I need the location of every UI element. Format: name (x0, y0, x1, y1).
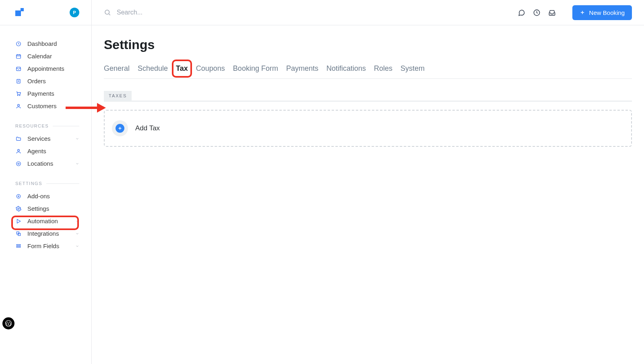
tab-payments[interactable]: Payments (286, 62, 318, 78)
sidebar-item-dashboard[interactable]: Dashboard (0, 37, 91, 50)
svg-point-6 (19, 95, 20, 96)
svg-rect-16 (17, 244, 20, 245)
sidebar: P Dashboard Calendar Appointments Orders (0, 0, 92, 364)
search-input[interactable] (117, 9, 237, 16)
sidebar-item-formfields[interactable]: Form Fields (0, 240, 91, 252)
appointments-icon (15, 66, 22, 72)
sidebar-label: Appointments (27, 65, 79, 72)
chat-icon[interactable] (518, 8, 526, 16)
svg-rect-0 (15, 10, 21, 16)
svg-point-19 (105, 10, 109, 14)
sidebar-item-calendar[interactable]: Calendar (0, 50, 91, 62)
search-icon (104, 9, 111, 16)
main: New Booking Settings General Schedule Ta… (92, 0, 644, 364)
tab-system[interactable]: System (400, 62, 425, 78)
svg-rect-17 (17, 246, 20, 247)
section-label-taxes: TAXES (104, 91, 132, 101)
add-tax-button[interactable]: Add Tax (104, 110, 632, 147)
sidebar-item-automation[interactable]: Automation (0, 215, 91, 227)
sidebar-label: Agents (27, 148, 79, 154)
sidebar-item-locations[interactable]: Locations (0, 157, 91, 170)
svg-point-7 (18, 104, 20, 106)
tab-roles[interactable]: Roles (374, 62, 392, 78)
formfields-icon (15, 243, 22, 249)
dashboard-icon (15, 41, 22, 47)
content: Settings General Schedule Tax Coupons Bo… (92, 25, 644, 147)
page-title: Settings (104, 37, 632, 52)
new-booking-label: New Booking (589, 9, 625, 16)
sidebar-label: Calendar (27, 53, 79, 60)
gear-icon (15, 206, 22, 212)
sidebar-item-orders[interactable]: Orders (0, 75, 91, 87)
sidebar-item-payments[interactable]: Payments (0, 87, 91, 100)
settings-tabs: General Schedule Tax Coupons Booking For… (104, 62, 632, 79)
search-wrap (104, 9, 518, 16)
svg-point-8 (18, 149, 20, 151)
sidebar-label: Automation (27, 218, 75, 224)
tab-booking-form[interactable]: Booking Form (233, 62, 278, 78)
location-icon (15, 160, 22, 167)
svg-point-5 (17, 95, 18, 96)
topbar: New Booking (92, 0, 644, 25)
svg-point-10 (17, 161, 21, 166)
new-booking-button[interactable]: New Booking (572, 5, 632, 20)
svg-rect-1 (21, 8, 24, 11)
sidebar-label: Dashboard (27, 40, 79, 47)
tab-coupons[interactable]: Coupons (196, 62, 225, 78)
tab-tax[interactable]: Tax (176, 62, 188, 78)
calendar-icon (15, 53, 22, 60)
integrations-icon (15, 230, 22, 237)
sidebar-item-services[interactable]: Services (0, 132, 91, 145)
wordpress-badge-icon[interactable] (2, 317, 14, 329)
clock-icon[interactable] (533, 8, 541, 16)
app-logo-icon (15, 8, 24, 17)
sidebar-label: Settings (27, 205, 79, 212)
chevron-down-icon (75, 244, 79, 248)
sidebar-group-settings: SETTINGS (0, 170, 91, 190)
sidebar-label: Payments (27, 90, 79, 97)
chevron-down-icon (75, 232, 79, 236)
plus-circle-icon (112, 120, 128, 136)
tab-general[interactable]: General (104, 62, 130, 78)
plus-icon (580, 10, 585, 15)
agent-icon (15, 148, 22, 154)
svg-point-9 (18, 163, 19, 165)
sidebar-label: Locations (27, 160, 75, 167)
chevron-down-icon (75, 137, 79, 141)
chevron-down-icon (75, 219, 79, 223)
sidebar-group-resources: RESOURCES (0, 112, 91, 132)
sidebar-item-appointments[interactable]: Appointments (0, 62, 91, 75)
tab-notifications[interactable]: Notifications (326, 62, 366, 78)
sidebar-item-customers[interactable]: Customers (0, 100, 91, 112)
add-tax-label: Add Tax (135, 124, 160, 132)
sidebar-label: Add-ons (27, 193, 79, 199)
sidebar-label: Orders (27, 78, 79, 84)
section-divider (104, 101, 632, 102)
customers-icon (15, 103, 22, 109)
inbox-icon[interactable] (548, 8, 556, 16)
user-avatar[interactable]: P (70, 8, 79, 17)
svg-marker-13 (17, 219, 21, 223)
sidebar-item-addons[interactable]: Add-ons (0, 190, 91, 202)
svg-rect-3 (17, 54, 21, 58)
sidebar-nav: Dashboard Calendar Appointments Orders P… (0, 25, 91, 252)
payments-icon (15, 90, 22, 97)
sidebar-item-settings[interactable]: Settings (0, 202, 91, 215)
folder-icon (15, 136, 22, 142)
sidebar-item-integrations[interactable]: Integrations (0, 227, 91, 240)
orders-icon (15, 78, 22, 84)
svg-point-12 (18, 208, 19, 210)
topbar-icons (518, 8, 556, 16)
tab-schedule[interactable]: Schedule (138, 62, 168, 78)
sidebar-label: Services (27, 135, 75, 142)
chevron-down-icon (75, 162, 79, 166)
addons-icon (15, 193, 22, 199)
play-icon (15, 218, 22, 224)
sidebar-header: P (0, 0, 91, 25)
sidebar-label: Customers (27, 103, 79, 109)
sidebar-label: Integrations (27, 230, 75, 237)
sidebar-label: Form Fields (27, 243, 75, 249)
sidebar-item-agents[interactable]: Agents (0, 145, 91, 157)
